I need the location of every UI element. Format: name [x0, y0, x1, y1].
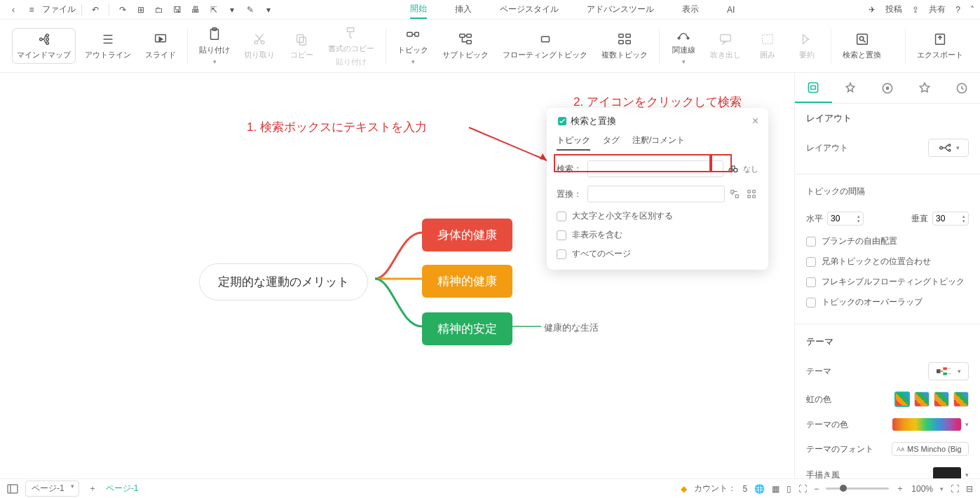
boundary-button[interactable]: 囲み [751, 29, 784, 63]
redo-icon[interactable]: ↷ [115, 2, 130, 18]
page-select[interactable]: ページ-1 [25, 480, 79, 497]
add-page-button[interactable]: ＋ [86, 483, 99, 495]
panel-tab-style[interactable] [832, 73, 869, 103]
grid-view-icon[interactable]: ▦ [772, 484, 780, 494]
save-icon[interactable]: 🖫 [170, 2, 185, 18]
page-tab[interactable]: ページ-1 [106, 483, 139, 494]
swatch-3[interactable] [934, 392, 949, 407]
tab-display[interactable]: 表示 [682, 1, 699, 18]
spacing-v-input[interactable] [936, 214, 962, 223]
globe-icon[interactable]: 🌐 [754, 484, 765, 494]
spacing-h-down[interactable]: ▾ [857, 219, 860, 223]
swatch-2[interactable] [914, 392, 930, 407]
panel-tab-history[interactable] [943, 73, 980, 103]
undo-icon[interactable]: ↶ [88, 2, 103, 18]
close-icon[interactable]: × [752, 115, 758, 127]
file-menu[interactable]: ファイル [42, 4, 76, 15]
caret-down-icon[interactable]: ▾ [224, 2, 240, 18]
single-view-icon[interactable]: ▯ [787, 484, 791, 494]
spacing-v-up[interactable]: ▴ [962, 214, 965, 219]
theme-color-picker[interactable] [892, 418, 961, 431]
back-icon[interactable]: ‹ [6, 2, 21, 18]
dialog-tab-comment[interactable]: 注釈/コメント [632, 134, 685, 151]
paste-button[interactable]: 貼り付け ▾ [195, 24, 234, 68]
export-button[interactable]: エクスポート [913, 29, 967, 63]
send-icon[interactable]: ✈ [869, 5, 876, 15]
add-icon[interactable]: ⊞ [133, 2, 149, 18]
view-slide[interactable]: スライド [141, 29, 180, 63]
theme-color-caret[interactable]: ▾ [965, 421, 969, 428]
chk-free[interactable] [806, 237, 816, 247]
layout-dropdown[interactable] [928, 139, 969, 157]
swatch-4[interactable] [953, 392, 969, 407]
callout-button[interactable]: 吹き出し [706, 29, 745, 63]
paste-format-button[interactable]: 書式のコピー 貼り付け [324, 22, 379, 70]
hamburger-icon[interactable]: ≡ [24, 2, 39, 18]
checkbox-allpages[interactable] [557, 249, 566, 259]
node-orange[interactable]: 精神的健康 [422, 265, 512, 298]
search-input[interactable] [587, 160, 723, 177]
view-mindmap[interactable]: マインドマップ [13, 29, 75, 63]
panel-tab-icon[interactable] [906, 73, 943, 103]
search-replace-button[interactable]: 検索と置換 [838, 29, 885, 63]
tab-start[interactable]: 開始 [410, 0, 427, 19]
chk-flexfloat[interactable] [806, 277, 816, 287]
copy-button[interactable]: コピー [285, 29, 318, 63]
theme-font-dropdown[interactable]: Aᴀ MS Mincho (Big [892, 442, 969, 456]
share-icon[interactable]: ⇪ [912, 5, 919, 15]
binoculars-icon[interactable] [726, 162, 740, 176]
theme-dropdown[interactable] [928, 362, 969, 380]
node-green[interactable]: 精神的安定 [422, 312, 512, 345]
tab-pagestyle[interactable]: ページスタイル [500, 1, 559, 18]
swatch-1[interactable] [894, 392, 910, 407]
relation-button[interactable]: 関連線 ▾ [667, 24, 700, 68]
tab-insert[interactable]: 挿入 [455, 1, 472, 18]
spacing-h-input[interactable] [831, 214, 857, 223]
chk-sibling[interactable] [806, 257, 816, 267]
zoom-out-icon[interactable]: − [814, 484, 819, 494]
help-icon[interactable]: ? [955, 5, 960, 15]
collapse-panel-icon[interactable]: ⊟ [966, 484, 973, 494]
panel-tab-layout[interactable] [795, 73, 832, 103]
checkbox-hidden[interactable] [557, 230, 566, 240]
replace-input[interactable] [587, 186, 725, 202]
outline-toggle-icon[interactable] [7, 484, 18, 494]
checkbox-case[interactable] [557, 212, 566, 221]
panel-tab-map[interactable] [869, 73, 906, 103]
tab-advance[interactable]: アドバンスツール [587, 1, 654, 18]
edit-icon[interactable]: ✎ [243, 2, 258, 18]
tab-ai[interactable]: AI [727, 2, 735, 18]
cut-button[interactable]: 切り取り [240, 29, 279, 63]
post-button[interactable]: 投稿 [885, 4, 902, 15]
fit-icon[interactable]: ⛶ [798, 484, 807, 494]
dialog-tab-topic[interactable]: トピック [557, 134, 590, 151]
zoom-caret[interactable]: ▾ [940, 485, 944, 492]
node-red[interactable]: 身体的健康 [422, 219, 512, 251]
multi-topic-button[interactable]: 複数トピック [597, 29, 652, 63]
handdraw-caret[interactable]: ▾ [965, 471, 969, 478]
replace-one-icon[interactable] [728, 187, 742, 201]
handdraw-color[interactable] [933, 467, 961, 478]
replace-all-icon[interactable] [744, 187, 758, 201]
summary-button[interactable]: 要約 [790, 29, 824, 63]
subtopic-button[interactable]: サブトピック [438, 29, 493, 63]
export-quick-icon[interactable]: ⇱ [206, 2, 222, 18]
more-icon[interactable]: ▾ [261, 2, 276, 18]
zoom-in-icon[interactable]: ＋ [896, 483, 904, 494]
chk-overlap[interactable] [806, 298, 816, 307]
view-outline[interactable]: アウトライン [81, 29, 135, 63]
zoom-slider[interactable] [826, 487, 889, 490]
dialog-tab-tag[interactable]: タグ [603, 134, 620, 151]
share-button[interactable]: 共有 [929, 4, 946, 15]
floating-topic-button[interactable]: フローティングトピック [498, 29, 592, 63]
fullscreen-icon[interactable]: ⛶ [951, 484, 959, 494]
print-icon[interactable]: 🖶 [188, 2, 203, 18]
node-center[interactable]: 定期的な運動のメリット [199, 263, 368, 300]
collapse-ribbon-icon[interactable]: ˄ [970, 5, 974, 15]
open-icon[interactable]: 🗀 [151, 2, 167, 18]
spacing-v-down[interactable]: ▾ [962, 219, 965, 223]
topic-button[interactable]: トピック ▾ [393, 24, 433, 68]
node-leaf[interactable]: 健康的な生活 [544, 321, 599, 334]
spacing-h-up[interactable]: ▴ [857, 214, 860, 219]
canvas[interactable]: 定期的な運動のメリット 身体的健康 精神的健康 精神的安定 健康的な生活 1. … [0, 73, 794, 478]
